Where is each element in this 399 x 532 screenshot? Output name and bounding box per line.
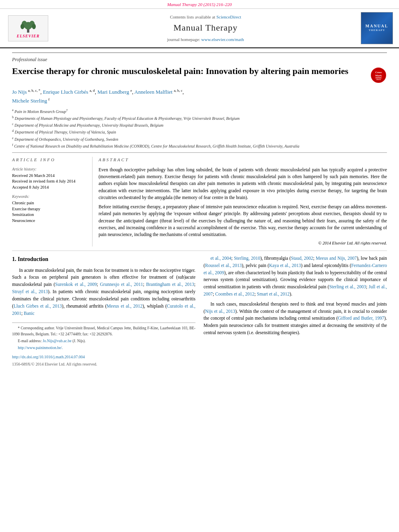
author-michele[interactable]: Michele Sterling	[12, 98, 47, 104]
abstract-copyright: © 2014 Elsevier Ltd. All rights reserved…	[99, 240, 387, 246]
keyword-4: Neuroscience	[12, 218, 87, 224]
email-link[interactable]: Jo.Nijs@vub.ac.be	[43, 339, 72, 343]
ref-nijs-2013[interactable]: Nijs et al., 2013	[205, 309, 235, 314]
abstract-p1: Even though nociceptive pathology has of…	[99, 166, 387, 201]
footnote-corresponding: * Corresponding author. Vrije Universite…	[12, 325, 195, 337]
ref-smart[interactable]: Smart et al., 2012	[257, 292, 290, 296]
ref-roussel[interactable]: Roussel et al., 2013	[205, 263, 242, 268]
ref-surenkok[interactable]: Surenkok et al., 2009	[55, 282, 97, 287]
issn-section: 1356-689X/© 2014 Elsevier Ltd. All right…	[12, 361, 195, 368]
keyword-2: Exercise therapy	[12, 206, 87, 212]
body-two-col: 1. Introduction In acute musculoskeletal…	[12, 255, 387, 367]
article-info-heading: ARTICLE INFO	[12, 157, 87, 163]
keyword-3: Sensitization	[12, 212, 87, 218]
svg-point-5	[32, 24, 36, 29]
ref-meeus[interactable]: Meeus et al., 2012	[107, 304, 142, 308]
received-date: Received 26 March 2014	[12, 173, 87, 179]
crossmark-circle: Cross Mark check	[371, 68, 386, 83]
doi-link[interactable]: http://dx.doi.org/10.1016/j.math.2014.07…	[12, 355, 85, 359]
affiliations: a Pain in Motion Research Group† b Depar…	[12, 108, 387, 149]
intro-p2: et al., 2004; Sterling, 2010), fibromyal…	[204, 255, 387, 298]
article-title-row: Exercise therapy for chronic musculoskel…	[12, 66, 387, 84]
ref-brantingham[interactable]: Brantingham et al., 2013	[146, 282, 194, 287]
svg-text:Cross: Cross	[375, 71, 382, 74]
ref-sterling-2003[interactable]: Sterling et al., 2003	[329, 284, 366, 289]
author-mari[interactable]: Mari Lundberg	[97, 89, 129, 95]
page-wrapper: Manual Therapy 20 (2015) 216–220 ELSEVIE…	[0, 0, 399, 371]
intro-p1: In acute musculoskeletal pain, the main …	[12, 267, 195, 317]
journal-title-header: Manual Therapy	[173, 22, 238, 34]
keywords-label: Keywords:	[12, 194, 87, 199]
doi-section: http://dx.doi.org/10.1016/j.math.2014.07…	[12, 354, 195, 360]
body-col-right: et al., 2004; Sterling, 2010), fibromyal…	[204, 255, 387, 367]
author-anneleen[interactable]: Anneleen Malfliet	[134, 89, 173, 95]
elsevier-text: ELSEVIER	[17, 33, 40, 39]
article-info-col: ARTICLE INFO Article history: Received 2…	[12, 157, 93, 246]
header-right: MANUAL THERAPY	[359, 12, 395, 44]
body-col-left: 1. Introduction In acute musculoskeletal…	[12, 255, 195, 367]
ref-banic[interactable]: Banic	[24, 311, 35, 316]
two-col-section: ARTICLE INFO Article history: Received 2…	[12, 152, 387, 246]
accepted-date: Accepted 8 July 2014	[12, 185, 87, 191]
ref-sterling-2010[interactable]: Sterling, 2010	[234, 256, 260, 261]
ref-kaya[interactable]: Kaya et al., 2013	[269, 263, 301, 268]
svg-point-4	[21, 24, 25, 29]
crossmark-badge: Cross Mark check	[371, 68, 387, 84]
ref-struyf[interactable]: Struyf et al., 2013	[12, 289, 48, 294]
cover-therapy-text: THERAPY	[368, 29, 385, 33]
history-label: Article history:	[12, 166, 87, 172]
keyword-1: Chronic pain	[12, 200, 87, 206]
website-link[interactable]: http://www.paininmotion.be/.	[18, 346, 63, 350]
ref-et-al-2004[interactable]: et al., 2004	[210, 256, 231, 261]
footnote-website: http://www.paininmotion.be/.	[12, 345, 195, 351]
journal-homepage-link[interactable]: www.elsevier.com/math	[201, 37, 244, 42]
abstract-p2: Before initiating exercise therapy, a pr…	[99, 203, 387, 238]
article-content: Professional issue Exercise therapy for …	[0, 48, 399, 371]
elsevier-logo: ELSEVIER	[8, 15, 48, 41]
ref-grunnesjo[interactable]: Grunnesjo et al., 2011	[100, 282, 143, 287]
journal-homepage: journal homepage: www.elsevier.com/math	[167, 37, 244, 43]
journal-citation: Manual Therapy 20 (2015) 216–220	[167, 2, 232, 7]
professional-issue: Professional issue	[12, 52, 387, 63]
journal-bar: Manual Therapy 20 (2015) 216–220	[0, 0, 399, 9]
ref-coombes[interactable]: Coombes et al., 2012	[215, 292, 254, 296]
article-history-group: Article history: Received 26 March 2014 …	[12, 166, 87, 191]
svg-text:check: check	[376, 78, 381, 80]
header-left: ELSEVIER	[4, 12, 52, 44]
sciencedirect-anchor[interactable]: ScienceDirect	[216, 14, 241, 19]
section-divider	[12, 251, 387, 251]
keywords-group: Keywords: Chronic pain Exercise therapy …	[12, 194, 87, 224]
article-title: Exercise therapy for chronic musculoskel…	[12, 66, 371, 77]
intro-heading: 1. Introduction	[12, 255, 195, 264]
ref-lluch[interactable]: Lluch Girbes et al., 2013	[14, 304, 62, 308]
revised-date: Received in revised form 4 July 2014	[12, 179, 87, 185]
ref-gifford[interactable]: Gifford and Butler, 1997	[338, 316, 384, 320]
authors-line: Jo Nijs a, b, c, *, Enrique Lluch Girbés…	[12, 88, 387, 105]
sciencedirect-link: Contents lists available at ScienceDirec…	[170, 14, 241, 20]
abstract-heading: ABSTRACT	[99, 157, 387, 163]
author-jo-nijs[interactable]: Jo Nijs	[12, 89, 27, 95]
cover-manual-text: MANUAL	[366, 24, 389, 29]
ref-meeus-nijs[interactable]: Meeus and Nijs, 2007	[316, 256, 357, 261]
header-section: ELSEVIER Contents lists available at Sci…	[0, 9, 399, 48]
intro-p3: In such cases, musculoskeletal therapist…	[204, 301, 387, 337]
ref-staud[interactable]: Staud, 2002	[291, 256, 313, 261]
header-center: Contents lists available at ScienceDirec…	[56, 12, 355, 44]
footnote-email: E-mail address: Jo.Nijs@vub.ac.be (J. Ni…	[12, 338, 195, 344]
footnote-section: * Corresponding author. Vrije Universite…	[12, 322, 195, 351]
abstract-text: Even though nociceptive pathology has of…	[99, 166, 387, 238]
svg-text:Mark: Mark	[375, 74, 382, 77]
author-enrique[interactable]: Enrique Lluch Girbés	[43, 89, 88, 95]
abstract-col: ABSTRACT Even though nociceptive patholo…	[99, 157, 387, 246]
journal-cover: MANUAL THERAPY	[361, 12, 393, 44]
